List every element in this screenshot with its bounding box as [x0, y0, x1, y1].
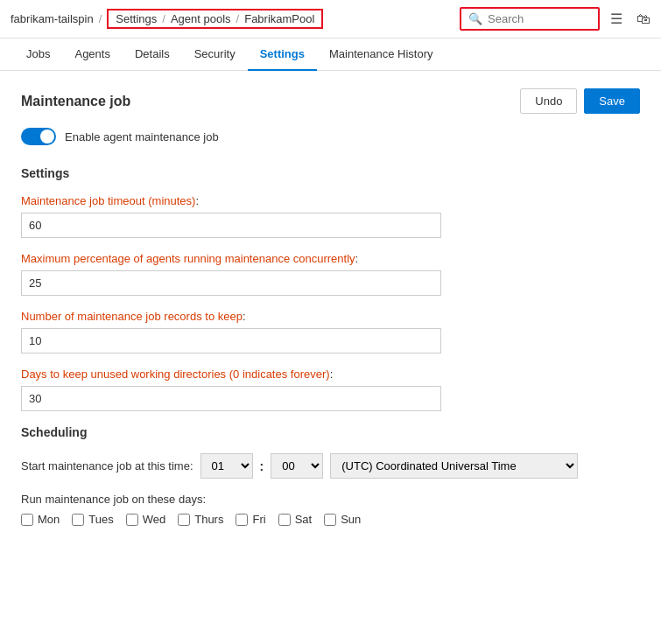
day-thurs[interactable]: Thurs	[178, 513, 223, 526]
label-orange-max-percent: Maximum percentage of agents running mai…	[21, 252, 355, 265]
day-mon[interactable]: Mon	[21, 513, 60, 526]
breadcrumb-sep3: /	[236, 12, 240, 25]
search-box[interactable]: 🔍	[460, 7, 600, 31]
field-records: Number of maintenance job records to kee…	[21, 310, 640, 354]
tab-jobs[interactable]: Jobs	[14, 38, 62, 71]
label-orange-records: Number of maintenance job records to kee…	[21, 310, 243, 323]
tab-details[interactable]: Details	[123, 38, 182, 71]
breadcrumb: fabrikam-tailspin / Settings / Agent poo…	[11, 9, 460, 29]
label-timeout: Maintenance job timeout (minutes):	[21, 194, 640, 207]
day-fri[interactable]: Fri	[236, 513, 265, 526]
tab-agents[interactable]: Agents	[62, 38, 122, 71]
action-buttons: Undo Save	[520, 88, 640, 114]
start-time-label: Start maintenance job at this time:	[21, 459, 193, 472]
day-label-mon: Mon	[38, 513, 60, 526]
enable-maintenance-toggle[interactable]	[21, 128, 56, 145]
toggle-knob	[40, 130, 54, 144]
settings-section-heading: Settings	[21, 166, 640, 180]
field-max-percent: Maximum percentage of agents running mai…	[21, 252, 640, 296]
hour-select[interactable]: 01 02 03 04 05 06 07 08 09 10 11 12	[200, 453, 253, 479]
input-days-keep[interactable]	[21, 386, 441, 411]
day-wed[interactable]: Wed	[126, 513, 166, 526]
checkbox-sat[interactable]	[278, 514, 291, 526]
day-label-tues: Tues	[88, 513, 113, 526]
checkbox-thurs[interactable]	[178, 514, 190, 526]
search-input[interactable]	[488, 12, 591, 25]
run-days-section: Run maintenance job on these days: Mon T…	[21, 493, 640, 526]
top-bar: fabrikam-tailspin / Settings / Agent poo…	[0, 0, 661, 38]
days-row: Mon Tues Wed Thurs Fri Sat	[21, 513, 640, 526]
label-records: Number of maintenance job records to kee…	[21, 310, 640, 323]
day-label-thurs: Thurs	[194, 513, 223, 526]
label-colon-max-percent: :	[355, 252, 359, 265]
checkbox-tues[interactable]	[72, 514, 84, 526]
day-sat[interactable]: Sat	[278, 513, 313, 526]
field-timeout: Maintenance job timeout (minutes):	[21, 194, 640, 238]
breadcrumb-sep1: /	[99, 12, 102, 25]
toggle-label: Enable agent maintenance job	[65, 130, 219, 144]
list-icon[interactable]: ☰	[610, 10, 622, 27]
maintenance-job-title: Maintenance job	[21, 94, 130, 109]
bag-icon[interactable]: 🛍	[636, 11, 650, 27]
label-colon-days-keep: :	[330, 368, 334, 381]
undo-button[interactable]: Undo	[520, 88, 577, 114]
breadcrumb-pool[interactable]: FabrikamPool	[244, 12, 314, 25]
day-tues[interactable]: Tues	[72, 513, 113, 526]
label-days-keep: Days to keep unused working directories …	[21, 368, 640, 381]
minute-select[interactable]: 00 15 30 45	[271, 453, 323, 479]
scheduling-heading: Scheduling	[21, 425, 640, 439]
tab-security[interactable]: Security	[182, 38, 248, 71]
field-days-keep: Days to keep unused working directories …	[21, 368, 640, 411]
label-orange-days-keep: Days to keep unused working directories …	[21, 368, 330, 381]
input-max-percent[interactable]	[21, 270, 441, 296]
label-colon-timeout: :	[195, 194, 199, 207]
tab-nav: Jobs Agents Details Security Settings Ma…	[0, 38, 661, 71]
time-row: Start maintenance job at this time: 01 0…	[21, 453, 640, 479]
save-button[interactable]: Save	[584, 88, 640, 114]
input-timeout[interactable]	[21, 213, 441, 238]
day-label-wed: Wed	[143, 513, 166, 526]
label-max-percent: Maximum percentage of agents running mai…	[21, 252, 640, 265]
tab-maintenance-history[interactable]: Maintenance History	[317, 38, 446, 71]
day-label-fri: Fri	[252, 513, 265, 526]
label-orange-timeout: Maintenance job timeout (minutes)	[21, 194, 195, 207]
toggle-row: Enable agent maintenance job	[21, 128, 640, 145]
checkbox-wed[interactable]	[126, 514, 138, 526]
day-label-sat: Sat	[295, 513, 313, 526]
top-bar-icons: ☰ 🛍	[610, 10, 650, 27]
breadcrumb-settings[interactable]: Settings	[116, 12, 157, 25]
run-days-label: Run maintenance job on these days:	[21, 493, 640, 506]
breadcrumb-sep2: /	[162, 12, 165, 25]
breadcrumb-org[interactable]: fabrikam-tailspin	[11, 12, 94, 25]
breadcrumb-agent-pools[interactable]: Agent pools	[171, 12, 231, 25]
main-content: Maintenance job Undo Save Enable agent m…	[0, 71, 661, 543]
timezone-select[interactable]: (UTC) Coordinated Universal Time (UTC-05…	[330, 453, 578, 479]
breadcrumb-highlighted: Settings / Agent pools / FabrikamPool	[107, 9, 323, 29]
time-separator: :	[260, 459, 264, 473]
input-records[interactable]	[21, 328, 441, 354]
day-sun[interactable]: Sun	[324, 513, 361, 526]
tab-settings[interactable]: Settings	[248, 38, 317, 71]
search-icon: 🔍	[468, 12, 482, 25]
label-colon-records: :	[243, 310, 246, 323]
day-label-sun: Sun	[341, 513, 361, 526]
section-header-row: Maintenance job Undo Save	[21, 88, 640, 114]
checkbox-mon[interactable]	[21, 514, 33, 526]
checkbox-fri[interactable]	[236, 514, 248, 526]
checkbox-sun[interactable]	[324, 514, 336, 526]
